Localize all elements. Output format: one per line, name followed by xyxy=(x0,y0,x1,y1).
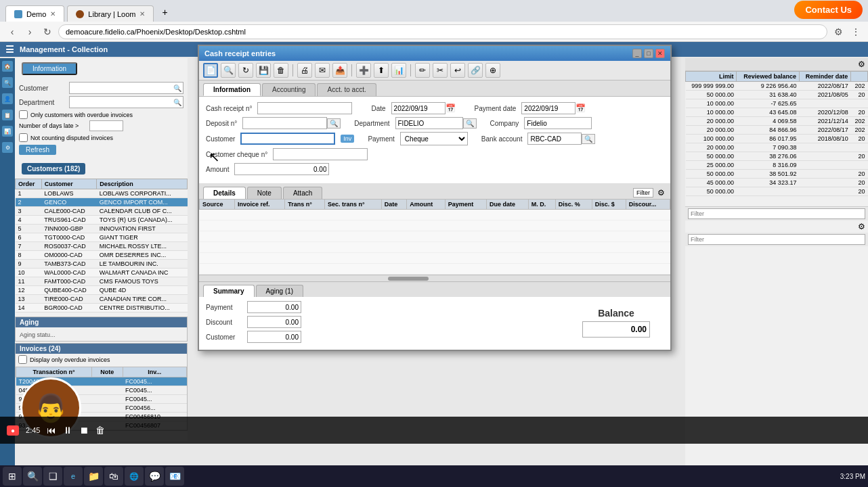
information-tab[interactable]: Information xyxy=(22,62,77,75)
taskbar-store-btn[interactable]: 🛍 xyxy=(104,467,123,486)
new-tab-btn[interactable]: + xyxy=(156,4,173,20)
attach-tab[interactable]: Attach xyxy=(283,187,322,199)
tab-loom-close[interactable]: ✕ xyxy=(139,10,145,18)
summary-payment-input[interactable] xyxy=(247,301,301,313)
taskbar-files-btn[interactable]: 📁 xyxy=(84,467,103,486)
reload-button[interactable]: ↻ xyxy=(41,25,54,39)
sidebar-icon-settings[interactable]: ⚙ xyxy=(2,142,13,153)
customer-row[interactable]: 10WAL0000-CADWALMART CANADA INC xyxy=(16,269,188,277)
browser-tab-loom[interactable]: Library | Loom ✕ xyxy=(67,5,154,22)
payment-date-input[interactable] xyxy=(521,102,576,114)
video-stop-btn[interactable]: ⏹ xyxy=(79,425,89,436)
right-filter-gear-icon[interactable]: ⚙ xyxy=(858,222,865,231)
days-input[interactable] xyxy=(89,120,123,131)
toolbar-up-btn[interactable]: ⬆ xyxy=(374,63,389,78)
horizontal-scrollbar-thumb[interactable] xyxy=(388,277,429,281)
summary-tab[interactable]: Summary xyxy=(203,285,255,297)
video-pause-btn[interactable]: ⏸ xyxy=(63,425,72,436)
extensions-btn[interactable]: ⚙ xyxy=(831,25,845,39)
customer-row[interactable]: 12QUBE400-CADQUBE 4D xyxy=(16,286,188,295)
customer-row[interactable]: 14BGR000-CADCENTRE DISTRIBUTIO... xyxy=(16,304,188,312)
dept-input[interactable] xyxy=(395,117,463,129)
customer-row[interactable]: 11FAMT000-CADCMS FAMOUS TOYS xyxy=(16,277,188,286)
details-filter-input[interactable]: Filter xyxy=(633,188,653,198)
tab-accounting[interactable]: Accounting xyxy=(262,83,316,96)
summary-customer-input[interactable] xyxy=(247,331,301,343)
inv-button[interactable]: Inv xyxy=(341,135,354,143)
deposit-search-icon[interactable]: 🔍 xyxy=(327,118,341,129)
customer-row[interactable]: 1LOBLAWSLOBLAWS CORPORATI... xyxy=(16,189,188,198)
browser-tab-demo[interactable]: Demo ✕ xyxy=(5,5,64,22)
taskbar-outlook-btn[interactable]: 📧 xyxy=(165,467,184,486)
taskbar-teams-btn[interactable]: 💬 xyxy=(145,467,164,486)
customer-row[interactable]: 3CALE000-CADCALENDAR CLUB OF C... xyxy=(16,207,188,216)
sidebar-icon-search[interactable]: 🔍 xyxy=(2,77,13,88)
video-rewind-btn[interactable]: ⏮ xyxy=(47,425,56,436)
customer-cheque-input[interactable] xyxy=(273,148,368,160)
taskbar-chrome-btn[interactable]: 🌐 xyxy=(125,467,144,486)
toolbar-chart-btn[interactable]: 📊 xyxy=(391,63,406,78)
date-calendar-icon[interactable]: 📅 xyxy=(446,103,456,113)
summary-discount-input[interactable] xyxy=(247,316,301,328)
customer-row[interactable]: 8OM0000-CADOMR DESERRES INC... xyxy=(16,251,188,260)
aging-tab[interactable]: Aging (1) xyxy=(256,285,304,297)
start-btn[interactable]: ⊞ xyxy=(3,467,22,486)
customer-row[interactable]: 9TAMB373-CADLE TAMBOURIN INC. xyxy=(16,260,188,269)
toolbar-email-btn[interactable]: ✉ xyxy=(315,63,330,78)
taskbar-search-btn[interactable]: 🔍 xyxy=(23,467,42,486)
not-counting-checkbox[interactable] xyxy=(19,133,28,142)
customer-filter-input[interactable] xyxy=(70,83,172,93)
back-button[interactable]: ‹ xyxy=(5,25,19,39)
payment-select[interactable]: Cheque xyxy=(400,132,468,145)
cash-receipt-n-input[interactable] xyxy=(257,102,352,114)
video-trash-btn[interactable]: 🗑 xyxy=(95,425,105,436)
department-search-icon[interactable]: 🔍 xyxy=(172,99,183,106)
customer-row[interactable]: 6TGT0000-CADGIANT TIGER xyxy=(16,233,188,242)
payment-date-calendar-icon[interactable]: 📅 xyxy=(576,103,586,113)
bank-search-icon[interactable]: 🔍 xyxy=(582,134,595,144)
details-gear-icon[interactable]: ⚙ xyxy=(657,188,665,198)
toolbar-add-btn[interactable]: ➕ xyxy=(356,63,371,78)
customer-row[interactable]: 2GENCOGENCO IMPORT COM... xyxy=(16,198,188,207)
toolbar-more-btn[interactable]: ⊕ xyxy=(485,63,500,78)
toolbar-link-btn[interactable]: 🔗 xyxy=(468,63,483,78)
menu-btn[interactable]: ⋮ xyxy=(849,25,863,39)
bank-account-input[interactable] xyxy=(527,133,582,145)
tab-acct-to-acct[interactable]: Acct. to acct. xyxy=(317,83,376,96)
toolbar-edit1-btn[interactable]: ✏ xyxy=(415,63,430,78)
sidebar-icon-users[interactable]: 👤 xyxy=(2,93,13,104)
taskbar-edge-btn[interactable]: e xyxy=(64,467,83,486)
sidebar-icon-chart[interactable]: 📊 xyxy=(2,126,13,137)
tab-information[interactable]: Information xyxy=(203,83,261,96)
toolbar-new-btn[interactable]: 📄 xyxy=(203,63,218,78)
details-tab[interactable]: Details xyxy=(203,187,246,199)
dept-search-icon[interactable]: 🔍 xyxy=(463,118,477,129)
toolbar-refresh-btn[interactable]: ↻ xyxy=(238,63,253,78)
toolbar-search-btn[interactable]: 🔍 xyxy=(221,63,236,78)
address-bar[interactable] xyxy=(58,24,827,39)
customer-row[interactable]: 4TRUS961-CADTOYS (R) US (CANADA)... xyxy=(16,216,188,225)
toolbar-undo-btn[interactable]: ↩ xyxy=(450,63,465,78)
customer-row[interactable]: 7ROS0037-CADMICHAEL ROSSY LTE... xyxy=(16,242,188,251)
taskbar-task-view-btn[interactable]: ❑ xyxy=(43,467,62,486)
right-filter-input[interactable] xyxy=(688,208,865,219)
customer-row[interactable]: 13TIRE000-CADCANADIAN TIRE COR... xyxy=(16,295,188,304)
amount-input[interactable] xyxy=(234,163,329,175)
deposit-input[interactable] xyxy=(242,117,327,129)
right-bottom-filter-input[interactable] xyxy=(688,234,865,245)
toolbar-save-btn[interactable]: 💾 xyxy=(256,63,271,78)
contact-us-button[interactable]: Contact Us xyxy=(794,1,863,19)
forward-button[interactable]: › xyxy=(23,25,37,39)
customer-row[interactable]: 15ARCH000-CADGROUPE ARCHAMB... xyxy=(16,312,188,315)
customer-search-icon[interactable]: 🔍 xyxy=(172,85,183,92)
toolbar-print-btn[interactable]: 🖨 xyxy=(297,63,312,78)
customer-input[interactable] xyxy=(240,133,335,145)
sidebar-icon-list[interactable]: 📋 xyxy=(2,110,13,120)
toolbar-export-btn[interactable]: 📤 xyxy=(332,63,347,78)
toolbar-edit2-btn[interactable]: ✂ xyxy=(433,63,448,78)
refresh-button[interactable]: Refresh xyxy=(19,145,56,155)
toolbar-delete-btn[interactable]: 🗑 xyxy=(274,63,288,78)
note-tab[interactable]: Note xyxy=(247,187,282,199)
company-input[interactable] xyxy=(524,117,592,129)
only-overdue-invoices-checkbox[interactable] xyxy=(18,355,27,364)
